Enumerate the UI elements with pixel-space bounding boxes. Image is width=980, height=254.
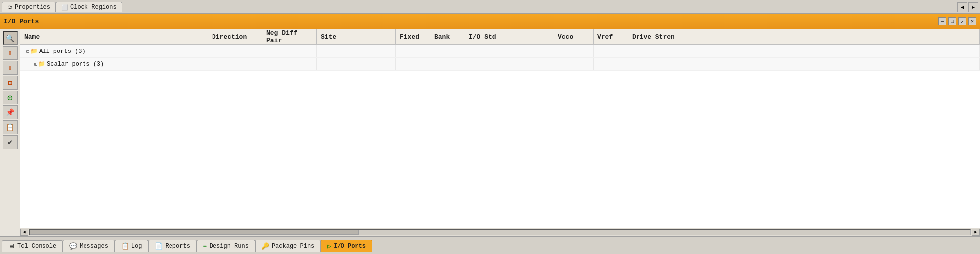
window-title: I/O Ports (4, 18, 39, 25)
column-headers: Name Direction Neg Diff Pair Site Fixed … (20, 29, 980, 45)
popout-button[interactable]: ↗ (958, 17, 966, 25)
tree-cell-bank-2 (430, 58, 465, 70)
tree-cell-drive-2 (628, 58, 980, 70)
col-header-direction: Direction (208, 29, 262, 44)
tab-properties-label: Properties (15, 4, 50, 11)
tree-cell-neg-diff-1 (262, 45, 317, 57)
check-button[interactable]: ✔ (3, 135, 18, 149)
tree-cell-io-std-2 (465, 58, 554, 70)
all-ports-label: All ports (3) (39, 48, 85, 55)
nav-left-arrow[interactable]: ◀ (957, 2, 967, 12)
window-titlebar: I/O Ports — □ ↗ ✕ (0, 14, 980, 29)
tree-cell-fixed-2 (396, 58, 430, 70)
tab-clock-regions-label: Clock Regions (70, 4, 117, 11)
pin-button[interactable]: 📌 (3, 105, 18, 119)
scroll-right-arrow[interactable]: ▶ (972, 229, 980, 236)
nav-right-arrow[interactable]: ▶ (968, 2, 978, 12)
tree-cell-vcco-2 (554, 58, 594, 70)
clock-regions-icon: ⬜ (61, 4, 68, 11)
tree-cell-vref-2 (594, 58, 628, 70)
messages-label: Messages (80, 243, 108, 250)
col-header-bank: Bank (430, 29, 465, 44)
minimize-button[interactable]: — (938, 17, 946, 25)
tab-log[interactable]: 📋 Log (115, 240, 149, 252)
tree-toggle-all-ports[interactable]: ⊟ (26, 49, 29, 54)
tcl-console-icon: 🖥 (8, 243, 15, 250)
tab-clock-regions[interactable]: ⬜ Clock Regions (56, 2, 122, 12)
tree-cell-io-std-1 (465, 45, 554, 57)
tree-cell-drive-1 (628, 45, 980, 57)
tree-row[interactable]: ⊞ 📁 Scalar ports (3) (20, 58, 980, 71)
horizontal-scrollbar[interactable]: ◀ ▶ (20, 228, 980, 236)
reports-icon: 📄 (155, 242, 163, 250)
bottom-tab-bar: 🖥 Tcl Console 💬 Messages 📋 Log 📄 Reports… (0, 236, 980, 254)
export-button[interactable]: 📋 (3, 120, 18, 134)
add-button[interactable]: ⊕ (3, 91, 18, 104)
tab-io-ports[interactable]: ▷ I/O Ports (321, 240, 372, 252)
tree-cell-direction-2 (208, 58, 262, 70)
tree-cell-vcco-1 (554, 45, 594, 57)
messages-icon: 💬 (69, 242, 77, 250)
tab-reports[interactable]: 📄 Reports (148, 240, 196, 252)
tree-cell-direction-1 (208, 45, 262, 57)
tree-cell-vref-1 (594, 45, 628, 57)
tree-cell-fixed-1 (396, 45, 430, 57)
log-icon: 📋 (121, 242, 129, 250)
tab-design-runs[interactable]: ➡ Design Runs (197, 240, 255, 252)
tree-cell-site-1 (317, 45, 396, 57)
design-runs-icon: ➡ (203, 242, 207, 250)
group-button[interactable]: ⊞ (3, 76, 18, 90)
tab-messages[interactable]: 💬 Messages (63, 240, 115, 252)
left-toolbar: 🔍 ⇧ ⇩ ⊞ ⊕ 📌 📋 ✔ (0, 29, 20, 236)
top-tab-bar: 🗂 Properties ⬜ Clock Regions ◀ ▶ (0, 0, 980, 14)
tree-cell-site-2 (317, 58, 396, 70)
tree-toggle-scalar-ports[interactable]: ⊞ (34, 61, 37, 67)
col-header-drive-strength: Drive Stren (628, 29, 980, 44)
col-header-vref: Vref (594, 29, 628, 44)
table-area: Name Direction Neg Diff Pair Site Fixed … (20, 29, 980, 236)
search-button[interactable]: 🔍 (3, 31, 18, 45)
io-ports-label: I/O Ports (334, 243, 366, 250)
col-header-site: Site (317, 29, 396, 44)
col-header-io-std: I/O Std (465, 29, 554, 44)
folder-icon: 📁 (30, 48, 38, 55)
col-header-neg-diff-pair: Neg Diff Pair (262, 29, 317, 44)
tree-cell-name: ⊞ 📁 Scalar ports (3) (20, 58, 208, 70)
tab-tcl-console[interactable]: 🖥 Tcl Console (2, 240, 63, 252)
scalar-ports-label: Scalar ports (3) (47, 61, 104, 68)
col-header-fixed: Fixed (396, 29, 430, 44)
restore-button[interactable]: □ (948, 17, 956, 25)
content-area: 🔍 ⇧ ⇩ ⊞ ⊕ 📌 📋 ✔ Name Direction Neg Diff … (0, 29, 980, 236)
scroll-thumb[interactable] (30, 230, 359, 235)
col-header-vcco: Vcco (554, 29, 594, 44)
tcl-console-label: Tcl Console (17, 243, 56, 250)
tree-row[interactable]: ⊟ 📁 All ports (3) (20, 45, 980, 58)
top-nav-arrows: ◀ ▶ (957, 2, 978, 12)
scroll-left-arrow[interactable]: ◀ (20, 229, 28, 236)
main-panel: I/O Ports — □ ↗ ✕ 🔍 ⇧ ⇩ ⊞ ⊕ 📌 📋 ✔ Name (0, 14, 980, 236)
sort-down-button[interactable]: ⇩ (3, 61, 18, 75)
tab-properties[interactable]: 🗂 Properties (2, 2, 56, 12)
properties-icon: 🗂 (7, 4, 13, 11)
scroll-track[interactable] (29, 229, 971, 235)
log-label: Log (131, 243, 142, 250)
reports-label: Reports (165, 243, 190, 250)
design-runs-label: Design Runs (210, 243, 249, 250)
io-ports-icon: ▷ (327, 242, 331, 250)
package-pins-label: Package Pins (272, 243, 314, 250)
window-controls: — □ ↗ ✕ (938, 17, 976, 25)
tree-cell-name: ⊟ 📁 All ports (3) (20, 45, 208, 57)
tree-cell-bank-1 (430, 45, 465, 57)
col-header-name: Name (20, 29, 208, 44)
package-pins-icon: 🔑 (261, 242, 269, 250)
folder-icon: 📁 (38, 60, 45, 68)
sort-up-button[interactable]: ⇧ (3, 46, 18, 60)
tree-cell-neg-diff-2 (262, 58, 317, 70)
tab-package-pins[interactable]: 🔑 Package Pins (255, 240, 321, 252)
close-button[interactable]: ✕ (968, 17, 976, 25)
table-body[interactable]: ⊟ 📁 All ports (3) (20, 45, 980, 228)
